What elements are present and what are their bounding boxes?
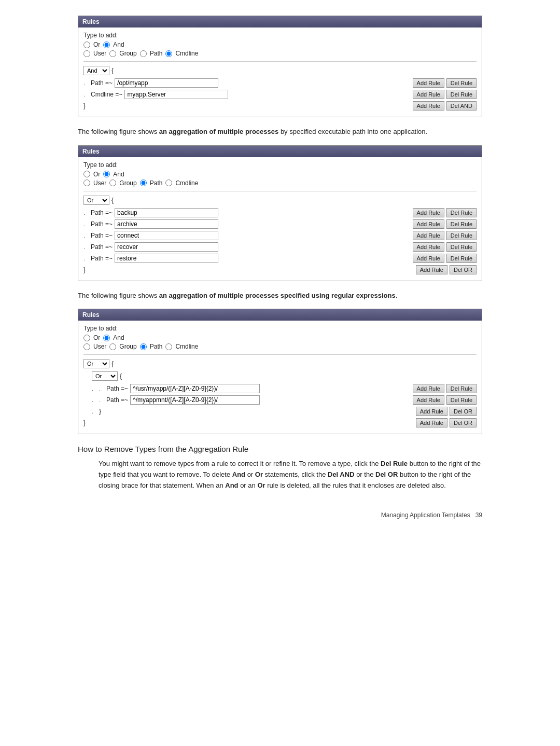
radio-group-3[interactable] — [109, 343, 116, 350]
del-rule-inner-3-2[interactable]: Del Rule — [446, 395, 477, 405]
del-or-btn-2[interactable]: Del OR — [450, 265, 477, 274]
inner-footer-buttons-3: Add Rule Del OR — [416, 407, 477, 416]
rules-body-1: Type to add: Or And User Group Path Cmdl… — [78, 27, 482, 117]
description-1: The following figure shows an aggregatio… — [78, 127, 482, 137]
radio-row-1b: User Group Path Cmdline — [83, 50, 477, 57]
radio-user-3[interactable] — [83, 343, 90, 350]
del-rule-btn-2-2[interactable]: Del Rule — [446, 219, 477, 229]
radio-and-1[interactable] — [103, 42, 110, 48]
add-rule-footer-btn-1[interactable]: Add Rule — [413, 101, 444, 110]
rule-label-2-5: Path =~ — [91, 255, 113, 262]
divider-1 — [83, 61, 477, 62]
rule-label-2-4: Path =~ — [91, 243, 113, 251]
type-to-add-label-1: Type to add: — [83, 32, 477, 39]
add-rule-btn-1-2[interactable]: Add Rule — [413, 90, 444, 99]
rule-label-1-1: Path =~ — [91, 79, 113, 87]
radio-cmdline-3[interactable] — [165, 343, 172, 350]
radio-or-label-1: Or — [93, 41, 100, 48]
radio-cmdline-1[interactable] — [165, 50, 172, 57]
add-rule-btn-2-2[interactable]: Add Rule — [413, 219, 444, 229]
rule-input-2-1[interactable] — [115, 208, 218, 217]
rule-input-1-2[interactable] — [124, 90, 228, 99]
radio-path-2[interactable] — [140, 179, 147, 186]
section-body: You might want to remove types from a ru… — [99, 459, 482, 491]
divider-2 — [83, 191, 477, 191]
radio-or-3[interactable] — [83, 335, 90, 341]
radio-user-label-2: User — [93, 179, 106, 187]
radio-cmdline-label-2: Cmdline — [175, 179, 198, 187]
inner-or-select-3[interactable]: Or And — [92, 371, 118, 381]
rule-buttons-1-2: Add Rule Del Rule — [413, 90, 477, 99]
rule-input-2-3[interactable] — [115, 231, 218, 240]
add-rule-btn-2-1[interactable]: Add Rule — [413, 208, 444, 217]
radio-group-label-1: Group — [119, 50, 136, 57]
del-rule-btn-2-1[interactable]: Del Rule — [446, 208, 477, 217]
del-rule-inner-3-1[interactable]: Del Rule — [446, 384, 477, 393]
rule-label-2-1: Path =~ — [91, 209, 113, 216]
footer-buttons-2: Add Rule Del OR — [416, 265, 477, 274]
radio-path-3[interactable] — [140, 343, 147, 350]
add-rule-btn-1-1[interactable]: Add Rule — [413, 78, 444, 88]
rules-header-3: Rules — [78, 309, 482, 321]
radio-or-2[interactable] — [83, 171, 90, 177]
add-rule-btn-2-4[interactable]: Add Rule — [413, 242, 444, 252]
radio-user-label-1: User — [93, 50, 106, 57]
inner-rule-input-3-1[interactable] — [130, 384, 260, 393]
rules-body-3: Type to add: Or And User Group Path Cmdl… — [78, 321, 482, 434]
del-rule-btn-2-3[interactable]: Del Rule — [446, 231, 477, 240]
add-rule-btn-2-3[interactable]: Add Rule — [413, 231, 444, 240]
del-or-inner-3[interactable]: Del OR — [450, 407, 477, 416]
rules-header-2: Rules — [78, 146, 482, 157]
section-heading: How to Remove Types from the Aggregation… — [78, 445, 482, 453]
del-rule-btn-1-2[interactable]: Del Rule — [446, 90, 477, 99]
and-or-select-1[interactable]: And Or — [83, 66, 109, 75]
radio-row-3a: Or And — [83, 334, 477, 341]
inner-close-row-3: . } Add Rule Del OR — [92, 407, 477, 416]
rule-label-1-2: Cmdline =~ — [91, 91, 122, 98]
rule-row-2-4: . Path =~ Add Rule Del Rule — [83, 242, 477, 252]
inner-rule-label-3-2: Path =~ — [106, 396, 128, 404]
del-or-outer-3[interactable]: Del OR — [450, 418, 477, 427]
and-or-row-1: And Or { — [83, 66, 477, 75]
add-rule-outer-close-3[interactable]: Add Rule — [416, 418, 447, 427]
radio-user-2[interactable] — [83, 179, 90, 186]
add-rule-btn-2-5[interactable]: Add Rule — [413, 254, 444, 263]
radio-group-2[interactable] — [109, 179, 116, 186]
radio-path-1[interactable] — [140, 50, 147, 57]
radio-and-label-1: And — [113, 41, 124, 48]
radio-row-1a: Or And — [83, 41, 477, 48]
radio-group-label-2: Group — [119, 179, 136, 187]
rule-input-2-2[interactable] — [115, 219, 218, 229]
del-and-btn-1[interactable]: Del AND — [446, 101, 477, 110]
inner-block-3: Or And { . . Path =~ Add Rule Del Rule — [92, 371, 477, 416]
page-content: Rules Type to add: Or And User Group Pat… — [78, 16, 482, 519]
radio-group-1[interactable] — [109, 50, 116, 57]
and-or-select-2[interactable]: Or And — [83, 196, 109, 205]
outer-closing-brace-3: } — [83, 418, 86, 427]
outer-or-select-3[interactable]: Or And — [83, 359, 109, 368]
rule-label-2-2: Path =~ — [91, 220, 113, 228]
closing-brace-2: } — [83, 265, 86, 274]
add-rule-inner-close-3[interactable]: Add Rule — [416, 407, 447, 416]
del-rule-btn-2-5[interactable]: Del Rule — [446, 254, 477, 263]
rule-input-1-1[interactable] — [115, 78, 218, 88]
radio-user-1[interactable] — [83, 50, 90, 57]
inner-rule-label-3-1: Path =~ — [106, 385, 128, 392]
and-or-row-2: Or And { — [83, 196, 477, 205]
add-rule-inner-3-1[interactable]: Add Rule — [413, 384, 444, 393]
radio-cmdline-2[interactable] — [165, 179, 172, 186]
add-rule-footer-btn-2[interactable]: Add Rule — [416, 265, 447, 274]
radio-and-3[interactable] — [103, 335, 110, 341]
radio-or-1[interactable] — [83, 42, 90, 48]
type-to-add-label-3: Type to add: — [83, 325, 477, 332]
rules-body-2: Type to add: Or And User Group Path Cmdl… — [78, 157, 482, 281]
radio-and-2[interactable] — [103, 171, 110, 177]
inner-rule-input-3-2[interactable] — [130, 395, 260, 405]
rule-input-2-4[interactable] — [115, 242, 218, 252]
rule-input-2-5[interactable] — [115, 254, 218, 263]
del-rule-btn-2-4[interactable]: Del Rule — [446, 242, 477, 252]
add-rule-inner-3-2[interactable]: Add Rule — [413, 395, 444, 405]
del-rule-btn-1-1[interactable]: Del Rule — [446, 78, 477, 88]
rules-panel-1: Rules Type to add: Or And User Group Pat… — [78, 16, 482, 117]
inner-rule-3-1: . . Path =~ Add Rule Del Rule — [92, 384, 477, 393]
